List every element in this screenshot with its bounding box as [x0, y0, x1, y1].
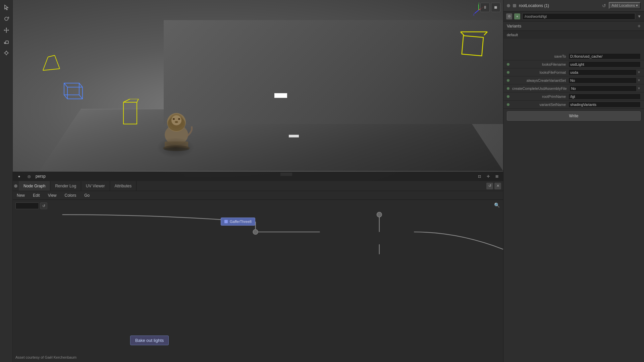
lion-shadow — [157, 137, 194, 158]
node-search-input[interactable] — [15, 202, 39, 209]
menu-edit[interactable]: Edit — [32, 192, 41, 198]
prop-input-rootprimname[interactable] — [569, 94, 641, 100]
prop-saveto: saveTo — [503, 52, 644, 60]
svg-line-21 — [461, 32, 464, 35]
svg-line-32 — [79, 95, 83, 99]
viewport-pan-btn[interactable]: ✛ — [484, 173, 492, 180]
menu-view[interactable]: View — [47, 192, 58, 198]
viewport-stop-btn[interactable]: ⏹ — [491, 3, 500, 12]
prop-dropdown-arrow-createcompleteusdassemblyfile[interactable]: ▼ — [637, 86, 641, 90]
node-wires — [13, 200, 503, 362]
viewport-dot-btn[interactable]: ● — [15, 173, 23, 180]
prop-input-looksfilename[interactable] — [569, 61, 641, 67]
prop-dot-alwayscreatevariantset — [507, 79, 509, 82]
tab-attributes[interactable]: Attributes — [110, 181, 137, 191]
svg-marker-5 — [4, 29, 5, 31]
svg-point-41 — [178, 118, 180, 120]
location-path-input[interactable] — [522, 13, 635, 20]
viewport-camera-toggle[interactable]: ◎ — [25, 173, 33, 180]
prop-input-alwayscreatevariantset[interactable] — [569, 77, 637, 83]
tab-reload-btn[interactable]: ↺ — [486, 183, 493, 189]
location-eye-btn[interactable]: ● — [514, 13, 520, 19]
prop-input-createcompleteusdassemblyfile[interactable] — [570, 85, 637, 92]
svg-point-51 — [377, 212, 382, 217]
viewport[interactable]: X Y Z ⏸ ⏹ ● ◎ persp ⊡ ✛ ⊞ — [13, 0, 503, 181]
light-indicator-2 — [289, 135, 299, 137]
variants-title: Variants — [507, 24, 521, 28]
prop-label-looksfileformat: looksFileFormat — [512, 70, 566, 74]
back-wall — [164, 20, 503, 124]
light-wireframe-3 — [120, 99, 140, 127]
prop-createcompleteusdassemblyfile: createCompleteUsdAssemblyFile ▼ — [503, 84, 644, 93]
svg-point-0 — [5, 17, 8, 20]
tab-dot-indicator — [14, 184, 17, 188]
viewport-frame-btn[interactable]: ⊡ — [476, 173, 483, 180]
add-locations-btn[interactable]: Add Locations ▾ — [609, 2, 641, 9]
prop-label-createcompleteusdassemblyfile: createCompleteUsdAssemblyFile — [512, 86, 567, 90]
tool-cursor[interactable] — [2, 3, 11, 12]
light-wireframe-1 — [38, 52, 65, 77]
panel-icon — [513, 4, 516, 7]
svg-line-33 — [64, 95, 67, 99]
tab-close-btn[interactable]: ✕ — [494, 183, 501, 189]
panel-dot — [507, 4, 510, 7]
node-gafferthree8[interactable]: GafferThree8 — [221, 218, 255, 226]
svg-line-17 — [55, 55, 60, 69]
prop-dot-looksfileformat — [507, 71, 509, 74]
prop-dropdown-arrow-alwayscreatevariantset[interactable]: ▼ — [637, 78, 641, 82]
node-canvas[interactable]: ↺ 🔍 — [13, 200, 503, 362]
location-dropdown-btn[interactable]: ▼ — [637, 14, 641, 19]
write-btn[interactable]: Write — [507, 111, 641, 121]
svg-point-39 — [175, 121, 178, 123]
left-toolbar — [0, 0, 13, 362]
svg-line-18 — [43, 69, 60, 70]
tool-transform[interactable] — [2, 48, 11, 58]
tab-bar: Node Graph Render Log UV Viewer Attribut… — [13, 181, 503, 191]
tab-render-log[interactable]: Render Log — [50, 181, 81, 191]
prop-input-looksfileformat[interactable] — [569, 69, 637, 75]
viewport-render-btn[interactable]: ⊞ — [493, 173, 500, 180]
prop-input-saveto[interactable] — [569, 53, 641, 59]
variants-section-header: Variants + — [503, 21, 644, 31]
prop-variantsetname: variantSetName — [503, 101, 644, 109]
svg-text:Y: Y — [478, 3, 480, 5]
prop-dropdown-arrow-looksfileformat[interactable]: ▼ — [637, 70, 641, 74]
svg-marker-4 — [6, 32, 7, 33]
camera-label: persp — [36, 174, 46, 179]
node-icon — [224, 220, 228, 223]
svg-rect-7 — [6, 41, 8, 44]
node-search-area: ↺ — [15, 202, 47, 209]
prop-label-alwayscreatevariantset: alwaysCreateVariantSet — [512, 78, 566, 82]
credit-text: Asset courtesy of Gaël Kerchenbaum — [15, 355, 76, 359]
panel-title: rootLocations (1) — [519, 3, 599, 8]
menu-go[interactable]: Go — [83, 192, 91, 198]
tab-node-graph[interactable]: Node Graph — [19, 181, 50, 191]
node-refresh-btn[interactable]: ↺ — [40, 202, 47, 209]
panel-refresh-btn[interactable]: ↺ — [602, 3, 606, 8]
bake-out-lights-tooltip[interactable]: Bake out lights — [130, 336, 169, 345]
location-settings-btn[interactable]: ⚙ — [506, 13, 512, 19]
svg-line-47 — [475, 10, 479, 13]
prop-input-variantsetname[interactable] — [569, 102, 641, 108]
svg-line-26 — [137, 99, 139, 102]
menu-new[interactable]: New — [15, 192, 26, 198]
viewport-pause-btn[interactable]: ⏸ — [480, 3, 490, 12]
tool-move[interactable] — [2, 25, 11, 35]
viewport-bottom-right: ⊡ ✛ ⊞ — [476, 173, 500, 180]
prop-dot-variantsetname — [507, 103, 509, 106]
svg-line-25 — [123, 99, 130, 102]
svg-point-52 — [253, 230, 258, 235]
prop-rootprimname: rootPrimName — [503, 93, 644, 101]
svg-text:Z: Z — [473, 13, 475, 16]
search-icon[interactable]: 🔍 — [494, 202, 500, 208]
light-wireframe-2 — [459, 30, 489, 62]
svg-point-38 — [171, 115, 181, 125]
variants-add-btn[interactable]: + — [638, 23, 641, 29]
tool-rotate[interactable] — [2, 14, 11, 23]
menu-colors[interactable]: Colors — [63, 192, 78, 198]
prop-label-variantsetname: variantSetName — [512, 103, 566, 107]
prop-looksfilename: looksFilename — [503, 60, 644, 68]
tool-scale[interactable] — [2, 37, 11, 46]
blue-box-wireframe — [62, 80, 88, 102]
tab-uv-viewer[interactable]: UV Viewer — [81, 181, 110, 191]
